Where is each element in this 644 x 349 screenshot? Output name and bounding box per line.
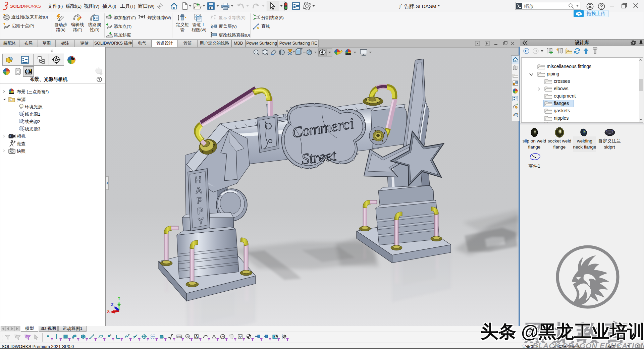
svg-text:A: A [195,185,202,195]
svg-text:Z: Z [111,302,113,307]
svg-text:H: H [195,175,202,185]
svg-text:AV: AV [222,335,225,338]
svg-text:A°: A° [239,335,242,338]
svg-text:P: P [196,195,203,206]
svg-text:0.03: 0.03 [177,335,182,338]
svg-text:A: A [195,335,198,339]
svg-text:X: X [107,309,110,314]
svg-text:Y: Y [198,216,204,226]
svg-text:N: N [187,335,189,338]
svg-text:Y: Y [118,296,120,301]
svg-text:P: P [197,206,204,216]
